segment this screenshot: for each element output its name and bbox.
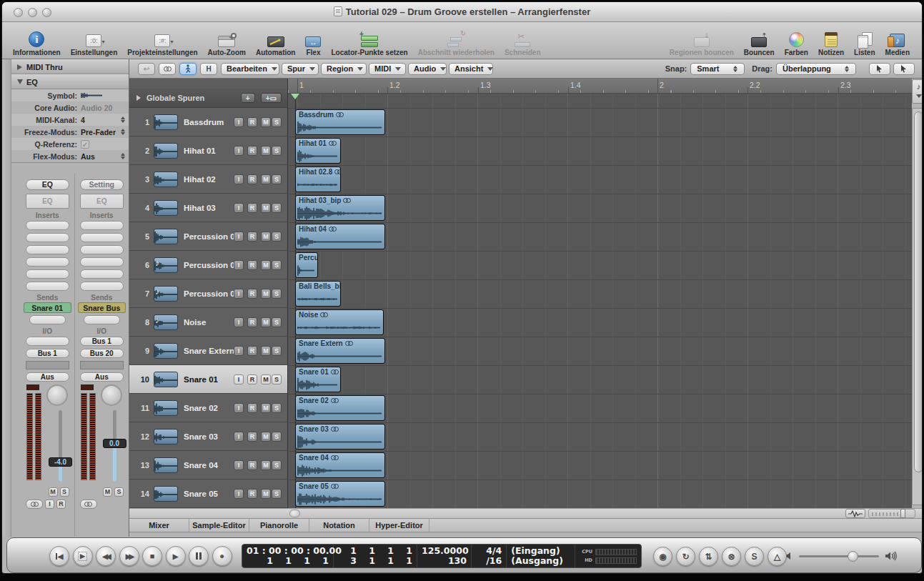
insert-slot[interactable]	[80, 233, 124, 242]
mute-button[interactable]: M	[261, 260, 271, 270]
stepper-control[interactable]	[119, 128, 126, 136]
global-tracks-row[interactable]: Globale Spuren + +▭	[129, 89, 287, 108]
insert-slot[interactable]	[26, 221, 69, 230]
play-button[interactable]: ▶	[166, 546, 186, 566]
solo-button[interactable]: S	[114, 487, 124, 497]
record-enable-button[interactable]: R	[247, 289, 257, 299]
input-monitor-button[interactable]: I	[234, 260, 244, 270]
record-enable-button[interactable]: R	[247, 374, 257, 384]
insert-slot[interactable]	[26, 257, 69, 267]
region-hihat-02-8[interactable]: Hihat 02.8	[295, 167, 341, 192]
record-enable-button[interactable]: R	[247, 146, 257, 156]
mute-button[interactable]: M	[261, 403, 271, 413]
track-row-snare-02[interactable]: 11Snare 02IRMS	[129, 394, 287, 422]
input-monitor-button[interactable]: I	[234, 403, 244, 413]
input-monitor-button[interactable]: I	[234, 289, 244, 299]
track-row-snare-05[interactable]: 14Snare 05IRMS	[129, 480, 287, 508]
group-slot[interactable]	[80, 361, 124, 369]
insert-slot[interactable]	[26, 245, 69, 254]
catch-playhead-button[interactable]: ↩	[138, 63, 155, 75]
forward-button[interactable]: ▶▶	[119, 546, 139, 566]
track-row-percussion-03[interactable]: 7♪Percussion 03IRMS	[129, 279, 287, 308]
mute-button[interactable]: M	[261, 146, 271, 156]
parameter-row[interactable]: Q-Referenz:✓	[11, 138, 129, 150]
replace-button[interactable]: ⊗	[722, 547, 741, 566]
link-button[interactable]	[159, 63, 176, 75]
send-slot[interactable]	[29, 315, 66, 324]
eq-display[interactable]: EQ	[26, 194, 69, 209]
tab-notation[interactable]: Notation	[309, 519, 369, 532]
region-hihat-03-bip[interactable]: Hihat 03_bip	[295, 195, 385, 221]
parameter-row[interactable]: Freeze-Modus:Pre-Fader	[11, 126, 129, 138]
stereo-format-button[interactable]	[80, 500, 97, 509]
record-enable-button[interactable]: R	[247, 317, 257, 327]
volume-slider[interactable]	[799, 555, 879, 557]
track-row-snare-04[interactable]: 13Snare 04IRMS	[129, 451, 287, 480]
pan-knob[interactable]	[46, 384, 68, 406]
mute-button[interactable]: M	[103, 487, 112, 497]
midi-thru-header[interactable]: MIDI Thru	[11, 59, 129, 74]
solo-button[interactable]: S	[272, 346, 282, 356]
input-monitor-button[interactable]: I	[234, 432, 244, 442]
toolbar-informationen[interactable]: iInformationen	[13, 27, 61, 56]
playhead-marker[interactable]	[291, 94, 299, 99]
record-enable-button[interactable]: R	[56, 500, 66, 509]
toolbar-medien[interactable]: ♪Medien	[885, 27, 910, 56]
zoom-slider[interactable]	[868, 509, 915, 518]
solo-button[interactable]: S	[272, 117, 282, 127]
track-row-snare-01[interactable]: 10Snare 01IRMS	[129, 365, 287, 394]
volume-slider-thumb[interactable]	[848, 551, 858, 562]
solo-button[interactable]: S	[272, 374, 282, 384]
track-row-noise[interactable]: 8♪NoiseIRMS	[129, 308, 287, 337]
toolbar-auto-zoom[interactable]: Auto-Zoom	[208, 27, 246, 56]
region-bassdrum[interactable]: Bassdrum	[295, 109, 385, 135]
record-enable-button[interactable]: R	[247, 232, 257, 242]
input-slot[interactable]: Bus 1	[80, 337, 124, 346]
insert-slot[interactable]	[80, 221, 124, 230]
track-row-percussion-01[interactable]: 5Percussion 01IRMS	[129, 222, 287, 251]
record-enable-button[interactable]: R	[247, 403, 257, 413]
menu-bearbeiten[interactable]: Bearbeiten	[221, 63, 279, 75]
parameter-row[interactable]: Flex-Modus:Aus	[11, 150, 129, 162]
stepper-control[interactable]	[119, 116, 126, 124]
waveform-zoom-button[interactable]	[845, 509, 865, 518]
automation-mode-slot[interactable]: Aus	[80, 372, 124, 382]
insert-slot[interactable]	[26, 233, 69, 242]
output-slot[interactable]: Bus 20	[80, 349, 124, 358]
record-enable-button[interactable]: R	[247, 489, 257, 499]
input-monitor-button[interactable]: I	[234, 317, 244, 327]
region-snare-01[interactable]: Snare 01	[295, 367, 341, 392]
region-snare-03[interactable]: Snare 03	[295, 424, 385, 450]
toolbar-notizen[interactable]: Notizen	[818, 27, 844, 56]
record-enable-button[interactable]: R	[247, 432, 257, 442]
region-percu[interactable]: Percu	[295, 252, 318, 278]
mute-button[interactable]: M	[261, 432, 271, 442]
parameter-row[interactable]: Core Audio:Audio 20	[11, 101, 129, 114]
play-from-selection-button[interactable]: ▶	[73, 546, 93, 566]
mute-button[interactable]: M	[261, 460, 271, 470]
fader-value[interactable]: -4.0	[49, 457, 72, 467]
hide-tracks-button[interactable]: H	[200, 63, 217, 75]
snap-dropdown[interactable]: Smart	[690, 63, 745, 75]
toolbar-locator-punkte-setzen[interactable]: +Locator-Punkte setzen	[331, 27, 407, 56]
mute-button[interactable]: M	[261, 203, 271, 213]
toolbar-farben[interactable]: Farben	[785, 27, 808, 56]
track-row-bassdrum[interactable]: 1BassdrumIRMS	[129, 108, 287, 136]
record-button[interactable]: ●	[212, 546, 232, 566]
track-row-snare-extern[interactable]: 9Snare ExternIRMS	[129, 337, 287, 365]
mute-button[interactable]: M	[261, 174, 271, 184]
menu-midi[interactable]: MIDI	[369, 63, 406, 75]
solo-button[interactable]: S	[272, 489, 282, 499]
input-monitor-button[interactable]: I	[234, 203, 244, 213]
solo-button[interactable]: S	[272, 317, 282, 327]
region-hihat-01[interactable]: Hihat 01	[295, 138, 341, 164]
toolbar-einstellungen[interactable]: :0:▾Einstellungen	[71, 27, 118, 56]
menu-audio[interactable]: Audio	[408, 63, 447, 75]
input-monitor-button[interactable]: I	[234, 232, 244, 242]
insert-slot[interactable]	[26, 282, 69, 291]
tuner-button[interactable]: ◉	[653, 547, 672, 566]
toolbar-bouncen[interactable]: ⇡Bouncen	[744, 27, 775, 56]
solo-button[interactable]: S	[272, 203, 282, 213]
insert-slot[interactable]	[80, 245, 124, 254]
fader-value[interactable]: 0.0	[103, 439, 126, 448]
